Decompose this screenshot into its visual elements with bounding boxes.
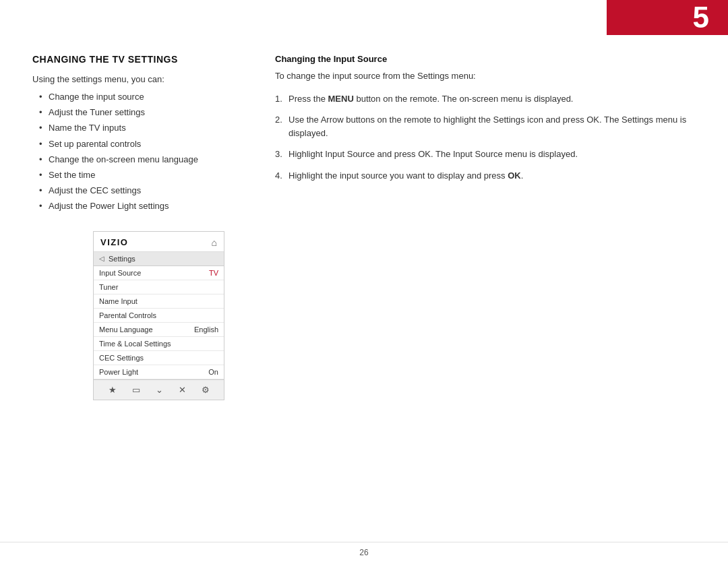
main-content: CHANGING THE TV SETTINGS Using the setti…	[0, 35, 728, 542]
right-column: Changing the Input Source To change the …	[275, 54, 696, 528]
list-item: Set the time	[39, 169, 248, 181]
menu-item-label: Parental Controls	[99, 311, 156, 319]
menu-item-menu-language: Menu Language English	[94, 323, 224, 337]
nav-label: Settings	[109, 255, 135, 263]
home-icon: ⌂	[212, 237, 217, 248]
tv-mockup: VIZIO ⌂ ◁ Settings Input Source TV Tuner…	[93, 231, 224, 400]
vizio-logo: VIZIO	[100, 237, 128, 247]
list-item: Name the TV inputs	[39, 122, 248, 134]
menu-item-label: Tuner	[99, 283, 118, 291]
list-item: Change the input source	[39, 91, 248, 103]
step-4: Highlight the input source you want to d…	[275, 169, 696, 183]
menu-item-label: Time & Local Settings	[99, 340, 171, 348]
chapter-number: 5	[693, 3, 709, 32]
close-icon: ✕	[179, 385, 186, 395]
tv-nav: ◁ Settings	[94, 252, 224, 266]
menu-item-label: Input Source	[99, 269, 141, 277]
section-title: CHANGING THE TV SETTINGS	[32, 54, 248, 65]
subsection-title: Changing the Input Source	[275, 54, 696, 64]
tv-header: VIZIO ⌂	[94, 232, 224, 252]
menu-item-label: Power Light	[99, 368, 138, 376]
top-bar: 5	[607, 0, 728, 35]
bullet-list: Change the input source Adjust the Tuner…	[39, 91, 248, 216]
menu-item-power-light: Power Light On	[94, 365, 224, 379]
star-icon: ★	[109, 385, 117, 395]
menu-item-parental: Parental Controls	[94, 309, 224, 323]
intro-text: Using the settings menu, you can:	[32, 74, 248, 84]
menu-item-tuner: Tuner	[94, 280, 224, 294]
page-number: 26	[359, 548, 368, 557]
list-item: Adjust the Power Light settings	[39, 200, 248, 212]
chevron-down-icon: ⌄	[156, 385, 163, 395]
step-2: Use the Arrow buttons on the remote to h…	[275, 113, 696, 139]
nav-back-icon: ◁	[99, 255, 104, 262]
step-3: Highlight Input Source and press OK. The…	[275, 148, 696, 161]
rectangle-icon: ▭	[132, 385, 140, 395]
bottom-bar: 26	[0, 542, 728, 562]
left-column: CHANGING THE TV SETTINGS Using the setti…	[32, 54, 248, 528]
gear-icon: ⚙	[202, 385, 210, 395]
tv-footer: ★ ▭ ⌄ ✕ ⚙	[94, 379, 224, 400]
bold-menu: MENU	[328, 94, 354, 104]
menu-item-time: Time & Local Settings	[94, 337, 224, 351]
menu-item-label: CEC Settings	[99, 354, 144, 362]
list-item: Set up parental controls	[39, 138, 248, 150]
menu-item-label: Name Input	[99, 297, 138, 305]
menu-item-label: Menu Language	[99, 325, 153, 334]
steps-list: Press the MENU button on the remote. The…	[275, 92, 696, 191]
list-item: Adjust the Tuner settings	[39, 106, 248, 119]
menu-item-input-source: Input Source TV	[94, 266, 224, 280]
menu-item-name-input: Name Input	[94, 294, 224, 309]
menu-item-cec: CEC Settings	[94, 351, 224, 365]
bold-ok: OK	[508, 170, 521, 181]
menu-item-value: TV	[209, 269, 218, 277]
right-intro: To change the input source from the Sett…	[275, 69, 696, 83]
list-item: Adjust the CEC settings	[39, 185, 248, 197]
list-item: Change the on-screen menu language	[39, 154, 248, 166]
menu-item-value: On	[208, 368, 218, 376]
menu-item-value: English	[194, 325, 218, 334]
step-1: Press the MENU button on the remote. The…	[275, 92, 696, 106]
